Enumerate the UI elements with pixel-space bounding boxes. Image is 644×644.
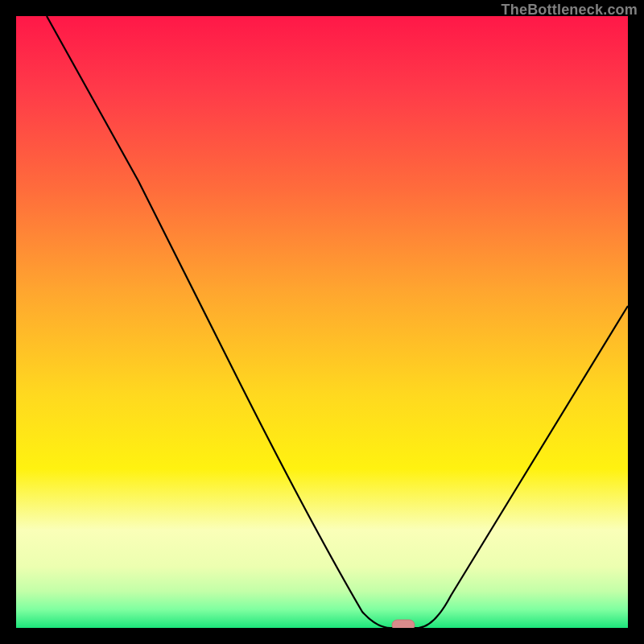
optimal-marker [392, 620, 415, 628]
watermark-text: TheBottleneck.com [502, 2, 638, 19]
gradient-background [16, 16, 628, 628]
plot-svg [16, 16, 628, 628]
chart-frame: TheBottleneck.com [0, 0, 644, 644]
plot-area [16, 16, 628, 628]
